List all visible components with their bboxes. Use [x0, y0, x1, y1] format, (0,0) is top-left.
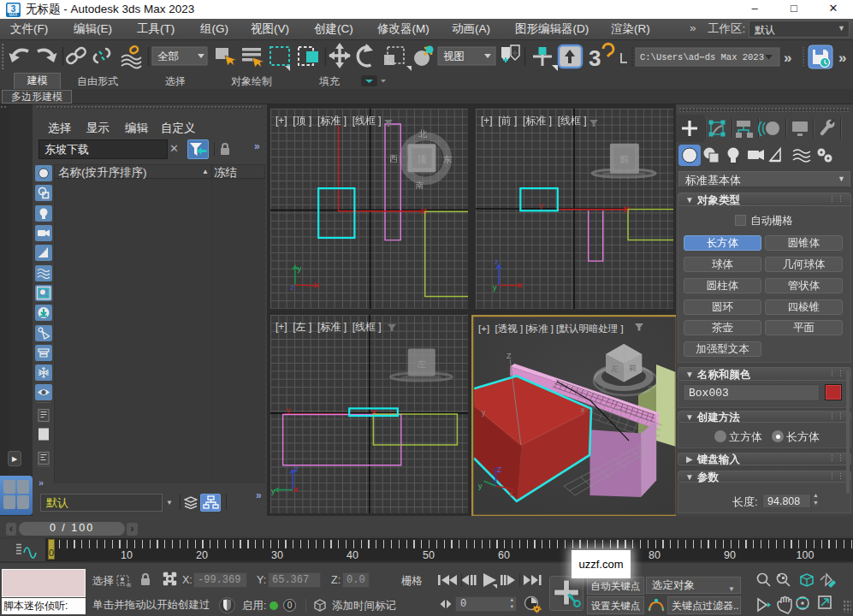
svg-text:y: y: [482, 408, 486, 417]
svg-text:»: »: [39, 477, 44, 488]
svg-text:y: y: [271, 487, 275, 495]
svg-text:z: z: [290, 283, 294, 292]
svg-text:y: y: [478, 482, 483, 490]
svg-text:东: 东: [648, 385, 654, 391]
svg-text:南: 南: [416, 181, 424, 190]
svg-text:y: y: [298, 264, 302, 273]
svg-text:视图: 视图: [443, 50, 465, 62]
svg-text:西: 西: [389, 154, 398, 163]
svg-text:全部: 全部: [157, 50, 179, 62]
svg-text:z: z: [295, 465, 299, 473]
svg-text:»: »: [784, 50, 791, 66]
svg-text:z: z: [495, 258, 499, 266]
svg-text:顶: 顶: [417, 154, 426, 164]
svg-text:y: y: [493, 283, 497, 292]
svg-text:3: 3: [589, 45, 601, 71]
svg-text:[+] [顶 ] [标准 ] [线框 ]: [+] [顶 ] [标准 ] [线框 ]: [275, 115, 382, 127]
svg-text:东: 东: [443, 155, 452, 164]
svg-text:[+] [前 ] [标准 ] [线框 ]: [+] [前 ] [标准 ] [线框 ]: [481, 115, 587, 127]
svg-text:左: 左: [611, 364, 619, 373]
svg-text:Z: Z: [497, 465, 502, 474]
svg-text:Z: Z: [506, 352, 512, 360]
svg-text:»: »: [838, 50, 846, 66]
svg-text:南: 南: [601, 387, 607, 393]
svg-text:y: y: [287, 406, 291, 414]
svg-text:左: 左: [417, 358, 426, 369]
svg-text:北: 北: [418, 129, 428, 139]
svg-text:[+] [左 ] [标准 ] [线框 ]: [+] [左 ] [标准 ] [线框 ]: [275, 321, 382, 333]
svg-text:C:\Users\ad⋯ds Max 2023: C:\Users\ad⋯ds Max 2023: [640, 52, 764, 62]
svg-text:y: y: [540, 201, 544, 210]
svg-text:前: 前: [619, 154, 629, 164]
svg-text:3: 3: [11, 4, 16, 14]
svg-text:MAX: MAX: [9, 13, 18, 17]
svg-text:[+] [透视 ] [标准 ] [默认明暗处理 ]: [+] [透视 ] [标准 ] [默认明暗处理 ]: [478, 323, 624, 334]
svg-text:x: x: [509, 489, 513, 498]
svg-text:前: 前: [629, 364, 637, 372]
